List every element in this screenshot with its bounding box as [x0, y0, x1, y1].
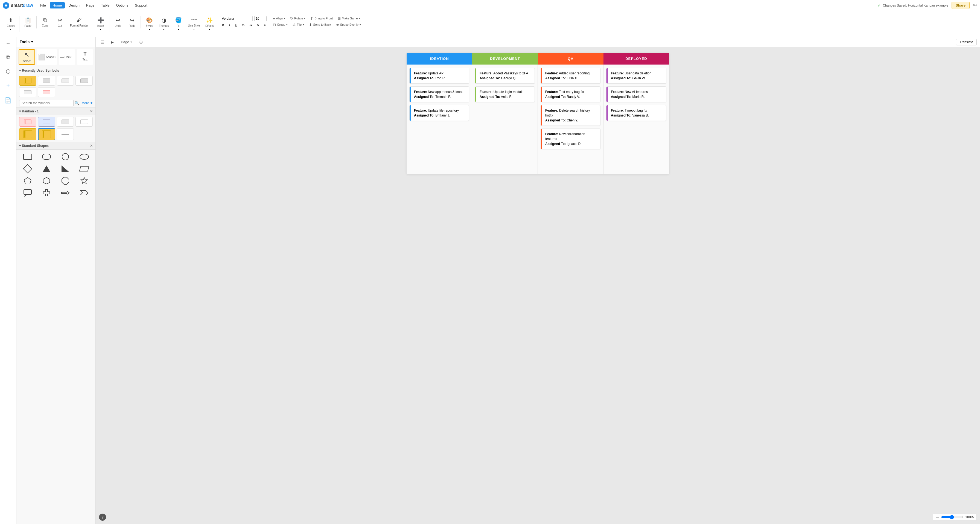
symbol-search-input[interactable]: [19, 100, 73, 107]
shape-chevron[interactable]: [76, 188, 93, 198]
subscript-button[interactable]: x₂: [240, 23, 247, 27]
shape-diamond[interactable]: [19, 164, 36, 174]
recent-symbol-1[interactable]: [19, 76, 37, 86]
kanban-sym-red[interactable]: [19, 117, 37, 127]
recent-symbol-2[interactable]: [38, 76, 55, 86]
bold-button[interactable]: B: [220, 22, 226, 28]
card-ideation-2[interactable]: Feature: Update file repository Assigned…: [409, 105, 469, 121]
card-qa-3[interactable]: Feature: New collaboration features Assi…: [541, 129, 600, 149]
kanban-section-header[interactable]: ▾ Kanban - 1 ✕: [16, 107, 95, 115]
effects-button[interactable]: ✨ Effects ▾: [203, 16, 216, 32]
canvas[interactable]: IDEATION DEVELOPMENT QA DEPLOYED Feature…: [96, 47, 980, 524]
shape-tool[interactable]: ⬜ Shape ▾: [37, 49, 57, 65]
themes-button[interactable]: ◑ Themes ▾: [157, 16, 171, 32]
kanban-section-close[interactable]: ✕: [90, 109, 93, 113]
kanban-sym-line[interactable]: [57, 128, 74, 140]
card-development-1[interactable]: Feature: Update login modals Assigned To…: [475, 86, 535, 102]
card-ideation-1[interactable]: Feature: New app menus & icons Assigned …: [409, 86, 469, 102]
kanban-sym-blue[interactable]: [38, 117, 55, 127]
layers-icon[interactable]: ⧉: [5, 53, 12, 62]
nav-options[interactable]: Options: [113, 2, 131, 8]
kanban-sym-white[interactable]: [75, 117, 93, 127]
shape-ellipse[interactable]: [76, 152, 93, 162]
select-tool[interactable]: ↖ Select: [19, 49, 35, 65]
zoom-slider[interactable]: [941, 515, 963, 519]
strikethrough-button[interactable]: S: [248, 22, 254, 28]
nav-home[interactable]: Home: [50, 2, 65, 8]
shapes-section-close[interactable]: ✕: [90, 144, 93, 148]
kanban-sym-selected[interactable]: [38, 128, 55, 140]
recent-symbol-3[interactable]: [57, 76, 74, 86]
underline-button[interactable]: U: [233, 22, 239, 28]
bring-to-front-button[interactable]: ⬆ Bring to Front: [309, 16, 334, 21]
shape-circle[interactable]: [57, 152, 74, 162]
italic-button[interactable]: I: [227, 22, 232, 28]
recent-symbol-4[interactable]: [75, 76, 93, 86]
kanban-sym-yellow[interactable]: [19, 128, 37, 140]
font-name-input[interactable]: [220, 16, 253, 21]
shape-triangle[interactable]: [38, 164, 55, 174]
play-icon[interactable]: ▶: [109, 39, 115, 45]
card-deployed-1[interactable]: Feature: New AI features Assigned To: Ma…: [606, 86, 667, 102]
shape-arrow[interactable]: [57, 188, 74, 198]
flip-button[interactable]: ⇄ Flip ▾: [291, 22, 305, 27]
shape-cross[interactable]: [38, 188, 55, 198]
translate-button[interactable]: Translate: [956, 39, 977, 45]
nav-design[interactable]: Design: [66, 2, 82, 8]
recent-symbol-5[interactable]: [19, 87, 37, 97]
kanban-sym-gray2[interactable]: [57, 117, 74, 127]
font-size-input[interactable]: [254, 16, 267, 21]
line-style-button[interactable]: 〰 Line Style ▾: [186, 16, 202, 32]
line-dropdown[interactable]: ▾: [70, 56, 72, 59]
back-icon[interactable]: ←: [4, 39, 12, 48]
shape-hexagon[interactable]: [38, 176, 55, 186]
nav-page[interactable]: Page: [83, 2, 97, 8]
shape-right-triangle[interactable]: [57, 164, 74, 174]
standard-shapes-header[interactable]: ▾ Standard Shapes ✕: [16, 142, 95, 150]
pages-icon[interactable]: 📄: [3, 96, 13, 105]
add-page-icon[interactable]: ⊕: [138, 38, 145, 45]
highlight-button[interactable]: Ω: [262, 22, 268, 28]
add-icon[interactable]: +: [5, 81, 11, 91]
send-to-back-button[interactable]: ⬇ Send to Back: [308, 22, 332, 27]
more-button[interactable]: More ✚: [81, 101, 93, 105]
line-tool[interactable]: — Line ▾: [59, 49, 75, 65]
cut-button[interactable]: ✂ Cut: [53, 16, 67, 29]
space-evenly-button[interactable]: ⇹ Space Evenly ▾: [335, 22, 362, 27]
copy-button[interactable]: ⧉ Copy: [38, 16, 52, 28]
shape-dropdown[interactable]: ▾: [54, 56, 56, 59]
shape-rectangle[interactable]: [19, 152, 36, 162]
tools-chevron[interactable]: ▾: [31, 40, 33, 44]
recent-symbol-6[interactable]: [38, 87, 55, 97]
card-qa-2[interactable]: Feature: Delete search history hotfix As…: [541, 105, 600, 126]
list-view-icon[interactable]: ☰: [99, 39, 106, 45]
insert-button[interactable]: ➕ Insert ▾: [94, 16, 107, 32]
app-logo[interactable]: smartdraw: [3, 2, 33, 9]
group-button[interactable]: ⊡ Group ▾: [272, 22, 289, 27]
make-same-button[interactable]: ⊞ Make Same ▾: [336, 16, 362, 21]
export-button[interactable]: ⬆ Export ▾: [4, 16, 18, 32]
shape-parallelogram[interactable]: [76, 164, 93, 174]
format-painter-button[interactable]: 🖌 Format Painter: [68, 16, 90, 28]
shapes-icon[interactable]: ⬡: [4, 67, 12, 76]
shape-pentagon[interactable]: [19, 176, 36, 186]
redo-button[interactable]: ↪ Redo: [125, 16, 139, 29]
shape-star[interactable]: [76, 176, 93, 186]
nav-support[interactable]: Support: [132, 2, 150, 8]
shape-octagon[interactable]: [57, 176, 74, 186]
card-deployed-2[interactable]: Feature: Timeout bug fix Assigned To: Va…: [606, 105, 667, 121]
card-ideation-0[interactable]: Feature: Update API Assigned To: Ron R.: [409, 68, 469, 84]
search-icon[interactable]: 🔍: [75, 101, 79, 105]
card-qa-1[interactable]: Feature: Text entry bug fix Assigned To:…: [541, 86, 600, 102]
help-icon[interactable]: ?: [99, 514, 106, 521]
fill-button[interactable]: 🪣 Fill ▾: [172, 16, 185, 32]
shape-rounded-rect[interactable]: [38, 152, 55, 162]
card-qa-0[interactable]: Feature: Added user reporting Assigned T…: [541, 68, 600, 84]
rotate-button[interactable]: ↻ Rotate ▾: [289, 16, 307, 21]
zoom-out-icon[interactable]: —: [936, 515, 939, 519]
nav-file[interactable]: File: [37, 2, 49, 8]
shape-callout[interactable]: [19, 188, 36, 198]
card-deployed-0[interactable]: Feature: User data deletion Assigned To:…: [606, 68, 667, 84]
text-color-button[interactable]: A: [255, 22, 261, 28]
recently-used-header[interactable]: ▾ Recently Used Symbols: [16, 67, 95, 74]
